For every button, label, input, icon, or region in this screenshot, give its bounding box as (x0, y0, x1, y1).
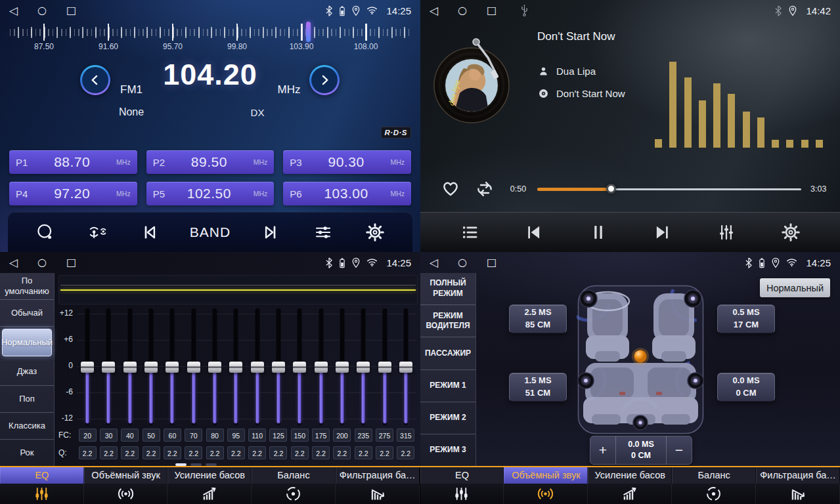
preset-button[interactable]: P1 88.70 MHz (9, 150, 137, 174)
home-button[interactable]: ○ (37, 0, 47, 21)
home-button[interactable]: ○ (458, 0, 467, 21)
player-settings-button[interactable] (776, 217, 806, 247)
rear-right-delay-button[interactable]: 0.0 MS 0 CM (717, 373, 775, 402)
eq-slider-handle[interactable] (357, 362, 370, 373)
radio-eq-button[interactable] (308, 217, 338, 247)
eq-slider-handle[interactable] (81, 362, 94, 373)
home-button[interactable]: ○ (458, 252, 467, 273)
seek-up-button[interactable] (255, 217, 286, 247)
tune-up-button[interactable] (309, 65, 340, 95)
tab-filter-left[interactable]: Фильтрация ба… (336, 467, 420, 504)
scan-button[interactable] (30, 217, 60, 247)
front-left-delay-button[interactable]: 2.5 MS 85 CM (509, 304, 567, 333)
preset-button[interactable]: P5 102.50 MHz (146, 182, 275, 205)
eq-preset-item[interactable]: Рок (0, 440, 54, 466)
preset-button[interactable]: P2 89.50 MHz (146, 150, 275, 174)
eq-preset-item[interactable]: По умолчанию (0, 273, 54, 300)
eq-slider-handle[interactable] (315, 362, 328, 373)
listening-mode-item[interactable]: РЕЖИМ ВОДИТЕЛЯ (420, 305, 475, 337)
recents-button[interactable]: □ (487, 252, 497, 273)
seek-down-button[interactable] (135, 217, 165, 247)
tab-balance-right[interactable]: Баланс (672, 467, 756, 504)
back-button[interactable]: ◁ (430, 0, 438, 21)
frequency-dial[interactable] (9, 24, 411, 41)
eq-slider-handle[interactable] (229, 362, 242, 373)
eq-slider-handle[interactable] (378, 362, 391, 373)
eq-slider-handle[interactable] (293, 362, 306, 373)
preset-button[interactable]: P3 90.30 MHz (283, 150, 411, 174)
eq-band-slider[interactable] (204, 308, 225, 425)
listening-mode-item[interactable]: ПАССАЖИР (420, 337, 475, 369)
back-button[interactable]: ◁ (430, 252, 438, 273)
eq-band-slider[interactable] (162, 308, 183, 425)
listening-mode-item[interactable]: РЕЖИМ 2 (420, 402, 475, 434)
repeat-button[interactable] (474, 178, 495, 200)
preset-button[interactable]: P4 97.20 MHz (9, 182, 137, 205)
eq-slider-handle[interactable] (144, 362, 158, 373)
tab-bass-boost-left[interactable]: Усиление басов (167, 467, 252, 504)
home-button[interactable]: ○ (37, 252, 47, 273)
radio-settings-button[interactable] (360, 217, 390, 247)
eq-band-slider[interactable] (183, 308, 204, 425)
eq-band-slider[interactable] (268, 308, 289, 425)
eq-slider-handle[interactable] (251, 362, 264, 373)
tab-filter-right[interactable]: Фильтрация ба… (756, 467, 840, 504)
eq-preset-item[interactable]: Джаз (0, 358, 54, 385)
eq-band-slider[interactable] (332, 308, 353, 425)
eq-band-slider[interactable] (98, 308, 119, 425)
delay-preset-button[interactable]: Нормальный (760, 278, 830, 297)
delay-decrease-button[interactable]: − (667, 436, 692, 464)
back-button[interactable]: ◁ (9, 252, 18, 273)
eq-band-slider[interactable] (77, 308, 98, 425)
eq-band-slider[interactable] (225, 308, 246, 425)
favorite-button[interactable] (440, 178, 461, 199)
tab-surround-right[interactable]: Объёмный звук (504, 467, 588, 504)
eq-band-slider[interactable] (247, 308, 268, 425)
recents-button[interactable]: □ (66, 252, 76, 273)
listening-mode-item[interactable]: РЕЖИМ 1 (420, 370, 475, 402)
broadcast-mode-button[interactable] (82, 217, 112, 247)
eq-slider-handle[interactable] (123, 362, 137, 373)
listening-mode-item[interactable]: ПОЛНЫЙ РЕЖИМ (420, 273, 475, 305)
listening-mode-item[interactable]: РЕЖИМ 3 (420, 434, 475, 466)
rear-left-delay-button[interactable]: 1.5 MS 51 CM (509, 373, 567, 402)
eq-slider-handle[interactable] (187, 362, 200, 373)
tab-eq-right[interactable]: EQ (420, 467, 504, 504)
tune-down-button[interactable] (80, 65, 110, 95)
playlist-button[interactable] (454, 217, 485, 247)
next-track-button[interactable] (647, 217, 677, 247)
eq-band-slider[interactable] (353, 308, 374, 425)
recents-button[interactable]: □ (487, 0, 497, 21)
eq-slider-handle[interactable] (102, 362, 115, 373)
eq-band-slider[interactable] (141, 308, 162, 425)
eq-band-slider[interactable] (374, 308, 395, 425)
player-eq-button[interactable] (711, 217, 741, 247)
recents-button[interactable]: □ (66, 0, 76, 21)
eq-slider-handle[interactable] (166, 362, 179, 373)
eq-band-slider[interactable] (395, 308, 416, 425)
back-button[interactable]: ◁ (9, 0, 18, 21)
front-right-delay-button[interactable]: 0.5 MS 17 CM (717, 304, 775, 333)
eq-preset-item[interactable]: Поп (0, 386, 54, 413)
eq-slider-handle[interactable] (272, 362, 285, 373)
eq-band-slider[interactable] (310, 308, 331, 425)
listener-position-marker[interactable] (634, 350, 647, 363)
tab-eq-left[interactable]: EQ (0, 467, 84, 504)
eq-preset-item[interactable]: Нормальный (2, 329, 52, 356)
tab-balance-left[interactable]: Баланс (252, 467, 336, 504)
delay-increase-button[interactable]: + (590, 436, 615, 464)
eq-preset-item[interactable]: Классика (0, 413, 54, 440)
eq-slider-handle[interactable] (399, 362, 412, 373)
preset-button[interactable]: P6 103.00 MHz (283, 182, 411, 205)
eq-slider-handle[interactable] (336, 362, 349, 373)
tab-bass-boost-right[interactable]: Усиление басов (588, 467, 672, 504)
band-button[interactable]: BAND (187, 224, 233, 240)
previous-track-button[interactable] (519, 217, 549, 247)
eq-preset-item[interactable]: Обычай (0, 300, 54, 327)
eq-band-slider[interactable] (120, 308, 141, 425)
pause-button[interactable] (583, 217, 613, 247)
tab-surround-left[interactable]: Объёмный звук (84, 467, 168, 504)
eq-slider-handle[interactable] (208, 362, 221, 373)
eq-band-slider[interactable] (289, 308, 310, 425)
progress-knob[interactable] (606, 184, 616, 194)
